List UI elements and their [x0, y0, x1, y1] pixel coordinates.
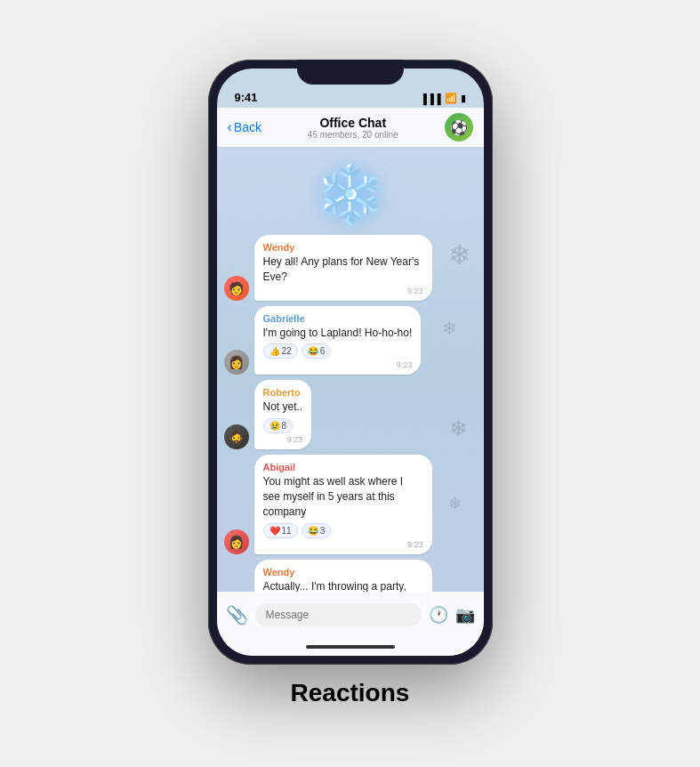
chat-subtitle: 45 members, 20 online — [308, 130, 398, 140]
message-row: 🧔 Roberto Not yet.. 😢 8 9:23 — [224, 380, 477, 449]
reaction-sad[interactable]: 😢 8 — [263, 418, 294, 433]
status-icons: ▐▐▐ 📶 ▮ — [420, 93, 465, 104]
signal-icon: ▐▐▐ — [420, 93, 440, 104]
chat-title: Office Chat — [308, 116, 398, 130]
chat-area: ❄ ❄ ❄ ❄ ❄️ 🧑 Wendy Hey all! Any plans fo… — [217, 147, 484, 592]
attach-icon[interactable]: 📎 — [226, 604, 248, 626]
avatar-roberto: 🧔 — [224, 424, 249, 449]
avatar-abigail: 👩 — [224, 529, 249, 554]
avatar-wendy: 🧑 — [224, 276, 249, 301]
heart-count: 11 — [282, 526, 292, 536]
message-time-2: 9:23 — [263, 360, 413, 369]
reactions-3: 😢 8 — [263, 418, 303, 433]
avatar-gabrielle: 👩 — [224, 350, 249, 375]
heart-emoji: ❤️ — [270, 526, 280, 536]
message-bubble-5[interactable]: Wendy Actually... I'm throwing a party, … — [254, 560, 432, 592]
sender-name-wendy2: Wendy — [263, 567, 423, 577]
message-text-3: Not yet.. — [263, 400, 303, 415]
message-text-4: You might as well ask where I see myself… — [263, 474, 423, 519]
back-label: Back — [234, 120, 261, 134]
page-wrapper: 9:41 ▐▐▐ 📶 ▮ ‹ Back Office Chat 45 membe… — [190, 42, 511, 725]
message-time-4: 9:23 — [263, 540, 423, 549]
sad-count: 8 — [282, 421, 287, 431]
battery-icon: ▮ — [461, 93, 466, 104]
reaction-laugh[interactable]: 😂 6 — [302, 343, 332, 359]
message-text-1: Hey all! Any plans for New Year's Eve? — [263, 254, 423, 285]
nav-center: Office Chat 45 members, 20 online — [308, 116, 398, 140]
message-row: 🧑 Wendy Hey all! Any plans for New Year'… — [224, 235, 477, 301]
message-time-3: 9:23 — [263, 435, 303, 444]
message-input[interactable] — [255, 603, 422, 626]
chevron-left-icon: ‹ — [228, 119, 232, 135]
sender-name-abigail: Abigail — [263, 462, 423, 472]
thumbsup-emoji: 👍 — [270, 346, 280, 356]
message-text-5: Actually... I'm throwing a party, you're… — [263, 579, 423, 592]
laugh2-emoji: 😂 — [308, 526, 318, 536]
laugh-count: 6 — [320, 346, 326, 356]
sad-emoji: 😢 — [270, 421, 280, 431]
nav-bar: ‹ Back Office Chat 45 members, 20 online… — [217, 108, 484, 147]
home-indicator — [217, 638, 484, 656]
snowflake-sticker: ❄️ — [224, 154, 477, 235]
laugh-emoji: 😂 — [308, 346, 318, 356]
message-time-1: 9:23 — [263, 287, 423, 295]
message-row: 👩 Gabrielle I'm going to Lapland! Ho-ho-… — [224, 306, 477, 375]
status-time: 9:41 — [235, 91, 258, 104]
reactions-2: 👍 22 😂 6 — [263, 343, 413, 359]
sender-name-roberto: Roberto — [263, 387, 303, 398]
reactions-4: ❤️ 11 😂 3 — [263, 523, 423, 538]
message-bubble-3[interactable]: Roberto Not yet.. 😢 8 9:23 — [254, 380, 312, 449]
back-button[interactable]: ‹ Back — [228, 119, 261, 135]
camera-icon[interactable]: 📷 — [455, 605, 475, 625]
reaction-thumbsup[interactable]: 👍 22 — [263, 343, 298, 359]
sender-name-wendy: Wendy — [263, 242, 423, 253]
group-avatar[interactable]: ⚽ — [445, 113, 473, 141]
laugh2-count: 3 — [320, 526, 326, 536]
home-bar — [306, 645, 395, 649]
sender-name-gabrielle: Gabrielle — [263, 313, 413, 324]
notch — [297, 60, 404, 85]
phone-frame: 9:41 ▐▐▐ 📶 ▮ ‹ Back Office Chat 45 membe… — [208, 60, 493, 665]
reaction-heart[interactable]: ❤️ 11 — [263, 523, 298, 538]
message-text-2: I'm going to Lapland! Ho-ho-ho! — [263, 326, 413, 341]
message-bubble-2[interactable]: Gabrielle I'm going to Lapland! Ho-ho-ho… — [254, 306, 422, 375]
wifi-icon: 📶 — [445, 93, 457, 104]
clock-icon[interactable]: 🕐 — [429, 605, 448, 625]
message-bubble-4[interactable]: Abigail You might as well ask where I se… — [254, 455, 432, 553]
message-bubble-1[interactable]: Wendy Hey all! Any plans for New Year's … — [254, 235, 432, 301]
message-row: 🧑 Wendy Actually... I'm throwing a party… — [224, 560, 477, 592]
reaction-laugh2[interactable]: 😂 3 — [302, 523, 332, 538]
message-row: 👩 Abigail You might as well ask where I … — [224, 455, 477, 553]
phone-screen: 9:41 ▐▐▐ 📶 ▮ ‹ Back Office Chat 45 membe… — [217, 69, 484, 656]
thumbsup-count: 22 — [282, 346, 292, 356]
page-title: Reactions — [291, 679, 410, 707]
input-bar: 📎 🕐 📷 — [217, 592, 484, 638]
